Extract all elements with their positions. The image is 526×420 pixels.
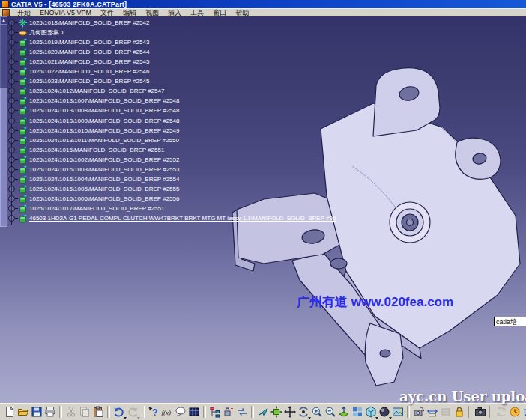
- menu-item-6[interactable]: 工具: [186, 9, 208, 16]
- tree-expander-icon[interactable]: [8, 88, 15, 94]
- tree-node-0[interactable]: 1025\1018\MANIFOLD_SOLID_BREP #2542: [8, 18, 149, 28]
- capture-image-icon[interactable]: [392, 406, 405, 419]
- tree-node-label: 1025\1024\1016\1002\MANIFOLD_SOLID_BREP …: [29, 155, 179, 165]
- menu-item-7[interactable]: 窗口: [208, 9, 231, 16]
- tree-node-19[interactable]: 1025\1024\1017\MANIFOLD_SOLID_BREP #2551: [8, 204, 164, 213]
- brep-solid-icon: [18, 204, 28, 213]
- tree-node-12[interactable]: 1025\1024\1013\1011\MANIFOLD_SOLID_BREP …: [8, 136, 179, 145]
- print-icon[interactable]: [44, 406, 57, 419]
- tree-node-label: 1025\1023\MANIFOLD_SOLID_BREP #2545: [29, 76, 149, 86]
- app-icon: [1, 1, 9, 8]
- tree-expander-icon[interactable]: [8, 39, 15, 46]
- tree-node-17[interactable]: 1025\1024\1016\1005\MANIFOLD_SOLID_BREP …: [8, 184, 179, 194]
- measure-icon[interactable]: [426, 406, 439, 419]
- tree-node-4[interactable]: 1025\1021\MANIFOLD_SOLID_BREP #2545: [8, 57, 149, 67]
- 3d-viewport[interactable]: ▲ 1025\1018\MANIFOLD_SOLID_BREP #2542几何图…: [0, 16, 526, 403]
- tree-expander-icon[interactable]: [8, 118, 15, 124]
- chat-bubble-icon[interactable]: [175, 406, 187, 419]
- tree-expander-icon[interactable]: [8, 147, 15, 153]
- tree-expander-icon[interactable]: [8, 78, 15, 85]
- gray-widget-icon: [440, 406, 453, 419]
- tree-node-label: 1025\1022\MANIFOLD_SOLID_BREP #2546: [29, 67, 149, 76]
- menu-item-1[interactable]: ENOVIA V5 VPM: [35, 9, 96, 16]
- rotate-icon[interactable]: [297, 406, 310, 419]
- tree-expander-icon[interactable]: [8, 215, 15, 222]
- zoom-out-icon[interactable]: [324, 406, 337, 419]
- tree-node-5[interactable]: 1025\1022\MANIFOLD_SOLID_BREP #2546: [8, 67, 149, 76]
- brep-solid-icon: [18, 57, 28, 67]
- tree-node-label: 1025\1019\MANIFOLD_SOLID_BREP #2543: [29, 37, 149, 47]
- formula-icon[interactable]: f(x): [161, 406, 174, 419]
- menu-item-4[interactable]: 视图: [141, 9, 163, 16]
- tree-expander-icon[interactable]: [8, 137, 15, 144]
- zoom-in-icon[interactable]: [311, 406, 324, 419]
- fly-mode-icon[interactable]: [257, 406, 270, 419]
- tree-node-9[interactable]: 1025\1024\1013\1008\MANIFOLD_SOLID_BREP …: [8, 106, 179, 115]
- axis-system-icon[interactable]: [522, 406, 526, 419]
- tree-expander-icon[interactable]: [8, 68, 15, 75]
- dropdown-arrow-icon[interactable]: [137, 417, 140, 419]
- tree-expander-icon[interactable]: [8, 176, 15, 183]
- tree-expander-icon[interactable]: [8, 166, 15, 173]
- tree-expander-icon[interactable]: [8, 49, 15, 55]
- menu-item-0[interactable]: 开始: [13, 9, 35, 16]
- normal-view-icon[interactable]: [338, 406, 351, 419]
- tree-expander-icon[interactable]: [8, 186, 15, 192]
- padlock-icon[interactable]: [453, 406, 466, 419]
- tree-node-label: 几何图形集.1: [29, 28, 64, 37]
- camera-icon[interactable]: [474, 406, 487, 419]
- tree-expander-icon[interactable]: [8, 156, 15, 163]
- tree-node-6[interactable]: 1025\1023\MANIFOLD_SOLID_BREP #2545: [8, 76, 149, 86]
- brep-solid-icon: [18, 67, 28, 76]
- fit-all-icon[interactable]: [270, 406, 283, 419]
- tree-expander-icon[interactable]: [8, 195, 15, 202]
- tree-expander-icon[interactable]: [8, 58, 15, 65]
- tree-node-1[interactable]: 几何图形集.1: [8, 28, 64, 37]
- menu-item-3[interactable]: 编辑: [118, 9, 141, 16]
- tree-node-2[interactable]: 1025\1019\MANIFOLD_SOLID_BREP #2543: [8, 37, 149, 47]
- tree-expander-icon[interactable]: [8, 127, 15, 134]
- tree-node-label: 1025\1024\1012\MANIFOLD_SOLID_BREP #2547: [29, 86, 164, 96]
- tree-node-13[interactable]: 1025\1024\1015\MANIFOLD_SOLID_BREP #2551: [8, 145, 164, 155]
- menu-item-8[interactable]: 帮助: [231, 9, 253, 16]
- pan-icon[interactable]: [284, 406, 297, 419]
- brep-solid-icon: [18, 37, 28, 47]
- tree-node-10[interactable]: 1025\1024\1013\1009\MANIFOLD_SOLID_BREP …: [8, 116, 179, 126]
- tree-expander-icon[interactable]: [8, 107, 15, 114]
- tree-node-15[interactable]: 1025\1024\1016\1003\MANIFOLD_SOLID_BREP …: [8, 165, 179, 174]
- tree-expander-icon[interactable]: [8, 29, 15, 36]
- tree-node-label: 1025\1024\1013\1009\MANIFOLD_SOLID_BREP …: [29, 116, 179, 126]
- tree-node-3[interactable]: 1025\1020\MANIFOLD_SOLID_BREP #2544: [8, 47, 149, 57]
- multi-view-icon[interactable]: [351, 406, 364, 419]
- brep-solid-icon: [18, 145, 28, 155]
- save-icon[interactable]: [31, 406, 43, 419]
- tree-expander-icon[interactable]: [8, 19, 15, 26]
- tree-node-16[interactable]: 1025\1024\1016\1004\MANIFOLD_SOLID_BREP …: [8, 174, 179, 184]
- tree-node-7[interactable]: 1025\1024\1012\MANIFOLD_SOLID_BREP #2547: [8, 86, 164, 96]
- graph-lock-icon[interactable]: [223, 406, 235, 419]
- catia-window: CATIA V5 - [46503 2FK0A.CATPart] 开始ENOVI…: [0, 0, 526, 420]
- tree-node-20[interactable]: 46503 1HD2A-G1 PEDAL COMPL-CLUTCH WW47BR…: [8, 213, 336, 223]
- table-grid-icon[interactable]: [188, 406, 201, 419]
- open-folder-icon[interactable]: [17, 406, 30, 419]
- tree-node-11[interactable]: 1025\1024\1013\1010\MANIFOLD_SOLID_BREP …: [8, 126, 179, 136]
- menu-item-2[interactable]: 文件: [96, 9, 118, 16]
- undo-icon[interactable]: [113, 406, 126, 419]
- tree-expander-icon[interactable]: [8, 97, 15, 104]
- camera-rotate-icon[interactable]: [413, 406, 426, 419]
- whats-this-icon[interactable]: ?: [148, 406, 160, 419]
- render-style-icon[interactable]: [378, 406, 391, 419]
- exchange-icon[interactable]: [236, 406, 249, 419]
- paste-icon[interactable]: [92, 406, 105, 419]
- tree-node-8[interactable]: 1025\1024\1013\1007\MANIFOLD_SOLID_BREP …: [8, 96, 179, 106]
- tree-node-18[interactable]: 1025\1024\1016\1006\MANIFOLD_SOLID_BREP …: [8, 194, 179, 204]
- toolbar-separator: [59, 406, 62, 418]
- isometric-view-icon[interactable]: [365, 406, 378, 419]
- new-document-icon[interactable]: [4, 406, 16, 419]
- tree-node-14[interactable]: 1025\1024\1016\1002\MANIFOLD_SOLID_BREP …: [8, 155, 179, 165]
- tree-expander-icon[interactable]: [8, 205, 15, 212]
- specification-tree: 1025\1018\MANIFOLD_SOLID_BREP #2542几何图形集…: [0, 16, 315, 241]
- menu-item-5[interactable]: 插入: [163, 9, 186, 16]
- tree-structure-icon[interactable]: [209, 406, 222, 419]
- clock-icon[interactable]: [509, 406, 522, 419]
